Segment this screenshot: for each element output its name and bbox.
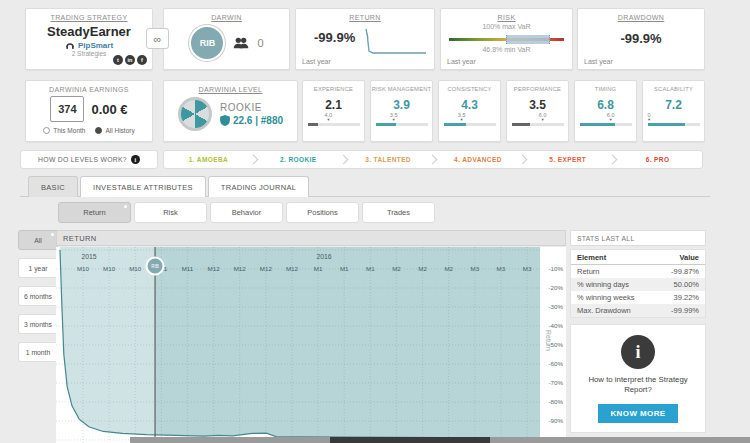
earnings-amount: 0.00 € (91, 102, 127, 117)
x-tick-label: M10 (129, 265, 142, 272)
stats-row-max-drawdown: Max. Drawdown-99.99% (571, 304, 705, 317)
subtab-behavior[interactable]: Behavior (210, 202, 283, 223)
strategy-name: SteadyEarner (26, 24, 152, 39)
attribute-bar (444, 123, 496, 126)
stats-col-element: Element (577, 253, 606, 262)
caret-down-icon: ▾ (324, 118, 332, 123)
linkedin-icon[interactable]: in (125, 55, 135, 65)
tab-investable-attributes[interactable]: INVESTABLE ATTRIBUTES (80, 176, 206, 197)
stats-value: 39.22% (674, 293, 699, 302)
attribute-card-performance: PERFORMANCE3.56.0▾ (506, 80, 569, 142)
x-tick-label: M1 (366, 265, 375, 272)
link-darwin-icon[interactable]: ∞ (146, 28, 169, 49)
attribute-card-scalability: SCALABILITY7.20▾ (642, 80, 705, 142)
attribute-benchmark: 6.0▾ (580, 112, 632, 123)
darwinia-level-header[interactable]: DARWINIA LEVEL (164, 86, 297, 93)
attribute-value: 4.3 (439, 98, 500, 112)
x-tick-label: M3 (470, 265, 479, 272)
radio-circle-icon[interactable] (43, 127, 50, 134)
tab-basic[interactable]: BASIC (28, 176, 78, 197)
return-period: Last year (302, 58, 331, 65)
x-tick-label: M10 (103, 265, 116, 272)
return-chart-plot[interactable]: M10M10M10M11M11M12M12M12M12M1M1M1M2M2M2M… (56, 247, 566, 443)
darwin-badge[interactable]: RIB (189, 25, 225, 61)
drawdown-card: DRAWDOWN -99.9% Last year (577, 8, 705, 70)
attribute-bar (308, 123, 360, 126)
level-segment-2-rookie[interactable]: 2. ROOKIE (254, 151, 343, 168)
x-tick-label: M12 (208, 265, 221, 272)
attribute-benchmark: 3.5▾ (444, 112, 496, 123)
twitter-icon[interactable]: t (113, 55, 123, 65)
attribute-label[interactable]: TIMING (575, 86, 636, 92)
var-slider-handle[interactable] (506, 35, 550, 44)
attribute-label[interactable]: EXPERIENCE (303, 86, 364, 92)
subtab-positions[interactable]: Positions (286, 202, 359, 223)
drawdown-header[interactable]: DRAWDOWN (578, 14, 704, 21)
level-segment-4-advanced[interactable]: 4. ADVANCED (433, 151, 522, 168)
attribute-value: 6.8 (575, 98, 636, 112)
benchmark-marker: 3.5▾ (458, 113, 466, 122)
y-tick-label: -10% (549, 265, 564, 272)
how-do-levels-work-label: HOW DO LEVELS WORK? (38, 156, 127, 163)
facebook-icon[interactable]: f (137, 55, 147, 65)
var-slider[interactable] (449, 32, 564, 46)
investable-attributes-row: EXPERIENCE2.14.0▾RISK MANAGEMENT3.93.5▾C… (302, 80, 705, 142)
know-more-button[interactable]: KNOW MORE (598, 404, 677, 423)
attribute-bar (376, 123, 428, 126)
stats-row-winning-weeks: % winning weeks39.22% (571, 291, 705, 304)
level-segment-1-amoeba[interactable]: 1. AMOEBA (164, 151, 253, 168)
time-button-1-month[interactable]: 1 month (18, 342, 58, 362)
horizontal-scrollbar[interactable] (130, 437, 750, 443)
chart-y-axis-label: Return (545, 330, 552, 351)
risk-period: Last year (447, 58, 476, 65)
attribute-label[interactable]: RISK MANAGEMENT (371, 86, 432, 92)
level-segment-5-expert[interactable]: 5. EXPERT (523, 151, 612, 168)
darwin-header[interactable]: DARWIN (164, 14, 289, 21)
info-text: How to interpret the Strategy Report? (577, 375, 699, 395)
stats-element: Max. Drawdown (577, 306, 631, 315)
level-segment-3-talented[interactable]: 3. TALENTED (344, 151, 433, 168)
attribute-benchmark: 0▾ (648, 112, 700, 123)
chart-subtabs: ReturnRiskBehaviorPositionsTrades (58, 202, 435, 223)
investors-count: 0 (257, 37, 263, 49)
attribute-label[interactable]: CONSISTENCY (439, 86, 500, 92)
levels-progress-bar: 1. AMOEBA2. ROOKIE3. TALENTED4. ADVANCED… (163, 150, 703, 169)
caret-down-icon: ▾ (390, 118, 398, 123)
subtab-return[interactable]: Return (58, 202, 131, 223)
y-tick-label: -70% (549, 379, 564, 386)
level-name: ROOKIE (220, 102, 283, 113)
stats-value: 50.00% (674, 280, 699, 289)
attribute-label[interactable]: PERFORMANCE (507, 86, 568, 92)
radio-all-history[interactable]: All History (95, 127, 134, 134)
radio-this-month[interactable]: This Month (43, 127, 85, 134)
attribute-bar-fill (580, 123, 615, 126)
attribute-label[interactable]: SCALABILITY (643, 86, 704, 92)
attribute-bar (512, 123, 564, 126)
time-button-3-months[interactable]: 3 months (18, 314, 58, 334)
owner-link[interactable]: PipSmart (78, 41, 113, 50)
return-header[interactable]: RETURN (296, 14, 434, 21)
risk-header[interactable]: RISK (441, 14, 572, 21)
time-range-buttons: All1 year6 months3 months1 month (18, 230, 58, 362)
benchmark-marker: 6.0▾ (607, 113, 615, 122)
time-button-6-months[interactable]: 6 months (18, 286, 58, 306)
tab-trading-journal[interactable]: TRADING JOURNAL (208, 176, 309, 197)
time-button-all[interactable]: All (18, 230, 58, 250)
subtab-trades[interactable]: Trades (362, 202, 435, 223)
x-tick-label: M1 (314, 265, 323, 272)
attribute-value: 3.9 (371, 98, 432, 112)
time-button-1-year[interactable]: 1 year (18, 258, 58, 278)
trading-strategy-header[interactable]: TRADING STRATEGY (26, 14, 152, 21)
x-tick-label: M12 (260, 265, 273, 272)
attribute-card-consistency: CONSISTENCY4.33.5▾ (438, 80, 501, 142)
subtab-risk[interactable]: Risk (134, 202, 207, 223)
benchmark-marker: 3.5▾ (390, 113, 398, 122)
radio-selected-icon[interactable] (95, 127, 102, 134)
stats-element: % winning days (577, 280, 629, 289)
stats-row-return: Return-99.87% (571, 265, 705, 278)
how-do-levels-work-button[interactable]: HOW DO LEVELS WORK? i (20, 150, 158, 169)
darwinia-earnings-header: DARWINIA EARNINGS (26, 86, 152, 93)
scrollbar-thumb[interactable] (330, 437, 490, 443)
y-tick-label: -80% (549, 398, 564, 405)
level-segment-6-pro[interactable]: 6. PRO (613, 151, 702, 168)
